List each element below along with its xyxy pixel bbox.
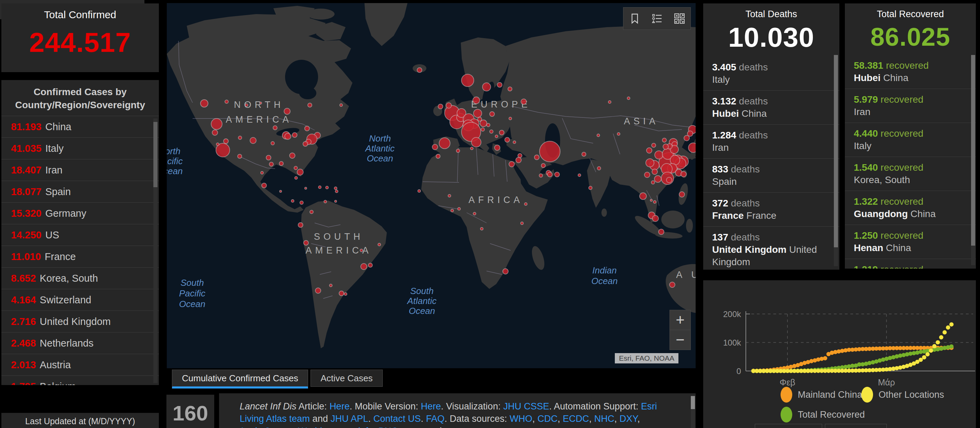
case-bubble[interactable] bbox=[499, 130, 504, 135]
case-bubble[interactable] bbox=[689, 143, 696, 152]
case-bubble[interactable] bbox=[505, 137, 510, 142]
footer-link[interactable]: FAQ bbox=[426, 414, 445, 424]
case-bubble[interactable] bbox=[280, 190, 282, 192]
case-bubble[interactable] bbox=[211, 119, 222, 130]
legend-item[interactable]: Total Recovered bbox=[781, 407, 865, 423]
case-bubble[interactable] bbox=[681, 171, 686, 177]
legend-item[interactable]: Other Locations bbox=[861, 387, 944, 403]
footer-link[interactable]: ECDC bbox=[563, 414, 589, 424]
case-bubble[interactable] bbox=[516, 157, 521, 163]
case-bubble[interactable] bbox=[344, 293, 347, 295]
case-bubble[interactable] bbox=[261, 171, 263, 174]
country-row[interactable]: 8.652Korea, South bbox=[2, 267, 159, 289]
case-bubble[interactable] bbox=[471, 137, 481, 147]
case-bubble[interactable] bbox=[308, 103, 312, 107]
footer-link[interactable]: Worldometers.info bbox=[298, 426, 374, 428]
case-bubble[interactable] bbox=[339, 291, 344, 296]
case-bubble[interactable] bbox=[679, 192, 685, 197]
case-bubble[interactable] bbox=[318, 186, 321, 189]
case-bubble[interactable] bbox=[547, 172, 552, 177]
region-row[interactable]: 1.540 recovered Korea, South bbox=[845, 157, 976, 191]
case-bubble[interactable] bbox=[508, 87, 512, 91]
case-bubble[interactable] bbox=[539, 141, 560, 162]
case-bubble[interactable] bbox=[495, 135, 498, 138]
case-bubble[interactable] bbox=[418, 190, 420, 192]
footer-link[interactable]: Here bbox=[421, 401, 441, 412]
country-row[interactable]: 81.193China bbox=[2, 116, 159, 137]
case-bubble[interactable] bbox=[432, 144, 438, 150]
case-bubble[interactable] bbox=[652, 216, 659, 222]
case-bubble[interactable] bbox=[334, 187, 337, 190]
case-bubble[interactable] bbox=[667, 177, 672, 183]
case-bubble[interactable] bbox=[451, 209, 453, 212]
region-row[interactable]: 1.322 recoveredGuangdong China bbox=[845, 191, 976, 225]
case-bubble[interactable] bbox=[310, 210, 313, 214]
case-bubble[interactable] bbox=[224, 139, 228, 144]
basemap-grid-icon[interactable] bbox=[674, 13, 685, 24]
case-bubble[interactable] bbox=[480, 227, 483, 230]
case-bubble[interactable] bbox=[212, 130, 218, 135]
case-bubble[interactable] bbox=[521, 99, 527, 105]
case-bubble[interactable] bbox=[225, 100, 228, 103]
case-bubble[interactable] bbox=[417, 68, 422, 73]
case-bubble[interactable] bbox=[670, 282, 675, 287]
region-row[interactable]: 5.979 recovered Iran bbox=[845, 89, 976, 123]
country-list-scrollbar[interactable] bbox=[153, 119, 158, 383]
case-bubble[interactable] bbox=[284, 108, 290, 114]
case-bubble[interactable] bbox=[216, 143, 219, 146]
case-bubble[interactable] bbox=[652, 143, 656, 147]
case-bubble[interactable] bbox=[490, 130, 493, 133]
region-row[interactable]: 137 deathsUnited Kingdom United Kingdom bbox=[703, 227, 839, 269]
deaths-scrollbar[interactable] bbox=[834, 55, 838, 266]
case-bubble[interactable] bbox=[597, 166, 601, 170]
data-point[interactable] bbox=[935, 340, 940, 344]
data-point[interactable] bbox=[950, 344, 953, 348]
case-bubble[interactable] bbox=[326, 186, 328, 189]
case-bubble[interactable] bbox=[655, 151, 663, 159]
footer-link[interactable]: 1point3acres bbox=[240, 426, 293, 428]
country-row[interactable]: 11.010France bbox=[2, 246, 159, 267]
region-row[interactable]: 4.440 recovered Italy bbox=[845, 123, 976, 157]
case-bubble[interactable] bbox=[474, 109, 482, 117]
data-point[interactable] bbox=[823, 356, 827, 360]
case-bubble[interactable] bbox=[578, 174, 581, 176]
case-bubble[interactable] bbox=[627, 97, 630, 100]
case-bubble[interactable] bbox=[497, 82, 502, 87]
case-bubble[interactable] bbox=[509, 117, 512, 120]
case-bubble[interactable] bbox=[438, 104, 443, 109]
case-bubble[interactable] bbox=[269, 162, 274, 166]
case-bubble[interactable] bbox=[541, 163, 546, 168]
case-bubble[interactable] bbox=[640, 193, 646, 200]
case-bubble[interactable] bbox=[335, 190, 338, 193]
case-bubble[interactable] bbox=[503, 269, 508, 274]
case-bubble[interactable] bbox=[646, 148, 652, 153]
legend-item[interactable]: Mainland China bbox=[781, 387, 862, 403]
footer-link[interactable]: DXY bbox=[619, 414, 637, 424]
case-bubble[interactable] bbox=[448, 194, 451, 197]
region-row[interactable]: 58.381 recoveredHubei China bbox=[845, 55, 976, 89]
case-bubble[interactable] bbox=[295, 176, 298, 179]
case-bubble[interactable] bbox=[473, 97, 480, 104]
case-bubble[interactable] bbox=[368, 263, 372, 267]
case-bubble[interactable] bbox=[315, 288, 321, 293]
case-bubble[interactable] bbox=[259, 102, 262, 104]
case-bubble[interactable] bbox=[300, 201, 303, 204]
case-bubble[interactable] bbox=[334, 200, 337, 202]
footer-link[interactable]: Contact US bbox=[374, 414, 421, 424]
data-point[interactable] bbox=[929, 349, 933, 353]
data-point[interactable] bbox=[925, 352, 929, 356]
case-bubble[interactable] bbox=[245, 104, 248, 106]
case-bubble[interactable] bbox=[487, 123, 490, 127]
case-bubble[interactable] bbox=[304, 241, 309, 245]
map-canvas[interactable]: NORTHAMERICASOUTHAMERICAEUROPEAFRICAASIA… bbox=[167, 3, 696, 368]
case-bubble[interactable] bbox=[361, 263, 367, 269]
bookmark-icon[interactable] bbox=[629, 13, 641, 24]
case-bubble[interactable] bbox=[470, 147, 473, 150]
case-bubble[interactable] bbox=[279, 162, 283, 166]
region-row[interactable]: 1.219 recoveredZhejiang China bbox=[845, 259, 976, 269]
case-bubble[interactable] bbox=[298, 223, 303, 227]
case-bubble[interactable] bbox=[650, 199, 652, 201]
case-bubble[interactable] bbox=[461, 74, 474, 87]
case-bubble[interactable] bbox=[659, 229, 664, 235]
case-bubble[interactable] bbox=[324, 200, 327, 203]
